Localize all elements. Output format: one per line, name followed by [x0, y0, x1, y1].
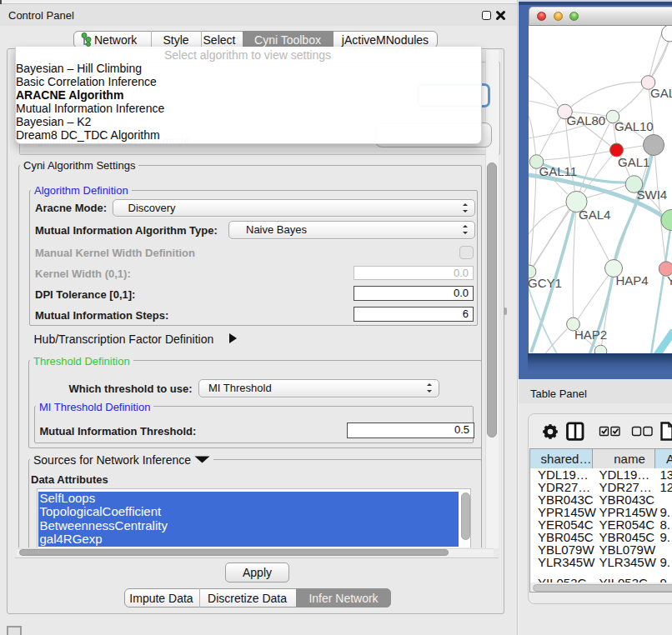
- svg-text:GCY1: GCY1: [529, 276, 562, 290]
- svg-text:GAL11: GAL11: [539, 164, 577, 178]
- svg-text:GAL4: GAL4: [579, 208, 610, 222]
- svg-text:HAP2: HAP2: [574, 328, 607, 342]
- svg-text:HAP4: HAP4: [615, 273, 648, 288]
- svg-text:GAL1: GAL1: [618, 155, 649, 169]
- svg-text:Y: Y: [667, 273, 672, 288]
- svg-text:GAL80: GAL80: [566, 113, 605, 128]
- svg-text:GAL10: GAL10: [614, 119, 654, 133]
- svg-text:GAL: GAL: [650, 86, 672, 100]
- svg-text:SWI4: SWI4: [636, 188, 667, 202]
